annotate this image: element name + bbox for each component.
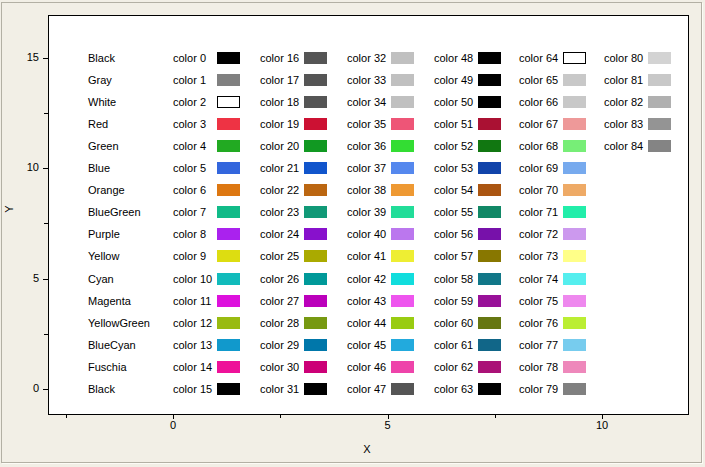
y-minor-tick xyxy=(44,334,48,335)
color-swatch-label: color 4 xyxy=(173,140,206,153)
color-swatch-label: color 9 xyxy=(173,250,206,263)
color-swatch xyxy=(478,383,501,395)
color-swatch xyxy=(391,295,414,307)
color-swatch-label: color 10 xyxy=(173,273,212,286)
color-swatch-label: color 21 xyxy=(260,162,299,175)
color-swatch-label: color 39 xyxy=(347,206,386,219)
color-swatch-label: color 79 xyxy=(519,383,558,396)
color-swatch-label: color 52 xyxy=(434,140,473,153)
color-swatch xyxy=(563,250,586,262)
color-swatch-label: color 12 xyxy=(173,317,212,330)
color-swatch-label: color 50 xyxy=(434,96,473,109)
color-swatch-label: color 75 xyxy=(519,295,558,308)
color-swatch-label: color 40 xyxy=(347,228,386,241)
color-swatch-label: color 2 xyxy=(173,96,206,109)
color-swatch-label: color 22 xyxy=(260,184,299,197)
color-swatch xyxy=(478,295,501,307)
x-axis-title: X xyxy=(352,442,382,456)
color-swatch-label: color 19 xyxy=(260,118,299,131)
color-swatch xyxy=(304,74,327,86)
color-swatch-label: color 56 xyxy=(434,228,473,241)
color-swatch xyxy=(478,118,501,130)
color-swatch xyxy=(563,317,586,329)
x-minor-tick xyxy=(495,414,496,418)
color-swatch-label: color 0 xyxy=(173,52,206,65)
color-swatch xyxy=(304,206,327,218)
color-swatch-label: color 38 xyxy=(347,184,386,197)
color-swatch-label: color 6 xyxy=(173,184,206,197)
y-tick-label: 5 xyxy=(13,272,39,285)
series-name-label: Blue xyxy=(88,162,110,175)
color-swatch-label: color 17 xyxy=(260,74,299,87)
color-swatch xyxy=(304,295,327,307)
color-swatch xyxy=(391,184,414,196)
color-swatch xyxy=(391,273,414,285)
series-name-label: BlueCyan xyxy=(88,339,136,352)
color-swatch xyxy=(563,74,586,86)
y-tick-label: 10 xyxy=(13,161,39,174)
color-swatch xyxy=(478,74,501,86)
color-swatch xyxy=(563,383,586,395)
color-swatch xyxy=(563,339,586,351)
color-swatch-label: color 70 xyxy=(519,184,558,197)
color-swatch-label: color 43 xyxy=(347,295,386,308)
color-swatch xyxy=(648,140,671,152)
color-swatch-label: color 76 xyxy=(519,317,558,330)
color-swatch xyxy=(478,52,501,64)
y-major-tick xyxy=(43,279,48,280)
color-swatch xyxy=(217,184,240,196)
color-swatch xyxy=(304,273,327,285)
y-tick-label: 0 xyxy=(13,382,39,395)
color-swatch xyxy=(217,140,240,152)
color-swatch xyxy=(648,96,671,108)
color-swatch xyxy=(563,184,586,196)
color-swatch xyxy=(478,162,501,174)
color-swatch xyxy=(217,273,240,285)
series-name-label: Fuschia xyxy=(88,361,127,374)
color-swatch xyxy=(304,52,327,64)
color-swatch-label: color 82 xyxy=(604,96,643,109)
color-swatch xyxy=(478,96,501,108)
color-swatch xyxy=(563,140,586,152)
color-swatch-label: color 83 xyxy=(604,118,643,131)
series-name-label: Purple xyxy=(88,228,120,241)
series-name-label: Green xyxy=(88,140,119,153)
color-swatch xyxy=(478,250,501,262)
color-swatch xyxy=(478,184,501,196)
color-swatch-label: color 37 xyxy=(347,162,386,175)
color-swatch-label: color 59 xyxy=(434,295,473,308)
color-swatch-label: color 64 xyxy=(519,52,558,65)
color-swatch-label: color 78 xyxy=(519,361,558,374)
color-swatch xyxy=(304,228,327,240)
color-swatch xyxy=(217,96,240,108)
color-swatch xyxy=(478,140,501,152)
x-minor-tick xyxy=(280,414,281,418)
color-swatch xyxy=(391,74,414,86)
color-swatch xyxy=(391,361,414,373)
color-swatch-label: color 42 xyxy=(347,273,386,286)
color-swatch xyxy=(217,52,240,64)
color-swatch-label: color 5 xyxy=(173,162,206,175)
color-swatch-label: color 36 xyxy=(347,140,386,153)
color-swatch-label: color 30 xyxy=(260,361,299,374)
color-swatch xyxy=(217,295,240,307)
color-swatch xyxy=(217,383,240,395)
y-minor-tick xyxy=(44,113,48,114)
color-swatch-label: color 84 xyxy=(604,140,643,153)
color-swatch-label: color 47 xyxy=(347,383,386,396)
color-swatch-label: color 45 xyxy=(347,339,386,352)
series-name-label: YellowGreen xyxy=(88,317,150,330)
y-tick-label: 15 xyxy=(13,51,39,64)
color-swatch-label: color 66 xyxy=(519,96,558,109)
color-swatch-label: color 46 xyxy=(347,361,386,374)
color-swatch-label: color 74 xyxy=(519,273,558,286)
color-swatch xyxy=(217,228,240,240)
color-swatch-label: color 51 xyxy=(434,118,473,131)
chart-window: X Y 0510051015BlackGrayWhiteRedGreenBlue… xyxy=(0,0,705,467)
color-swatch-label: color 26 xyxy=(260,273,299,286)
color-swatch-label: color 44 xyxy=(347,317,386,330)
color-swatch-label: color 65 xyxy=(519,74,558,87)
color-swatch xyxy=(648,74,671,86)
color-swatch xyxy=(563,206,586,218)
color-swatch-label: color 29 xyxy=(260,339,299,352)
